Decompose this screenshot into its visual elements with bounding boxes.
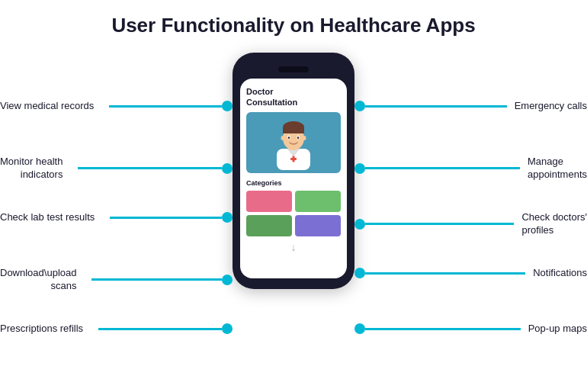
label-emergency-calls: Emergency calls (515, 100, 587, 113)
connector-emergency-calls: Emergency calls (354, 100, 587, 113)
connector-monitor-health-indicators: Monitor health indicators (0, 156, 233, 182)
phone-screen-header: DoctorConsultation (246, 86, 341, 108)
label-pop-up-maps: Pop-up maps (528, 323, 587, 336)
label-view-medical-records: View medical records (0, 100, 94, 113)
categories-label: Categories (246, 179, 341, 187)
label-notifications: Notifications (533, 267, 587, 280)
label-monitor-health-indicators: Monitor health indicators (0, 156, 63, 182)
connector-view-medical-records: View medical records (0, 100, 233, 113)
phone-mockup: DoctorConsultation (233, 53, 354, 289)
dot-view-medical-records (222, 101, 233, 111)
svg-point-10 (281, 136, 285, 140)
category-cell-2 (295, 191, 341, 212)
svg-point-9 (297, 137, 299, 139)
connector-manage-appointments: Manage appointments (354, 156, 587, 182)
label-download-upload-scans: Download\upload scans (0, 267, 76, 293)
dot-pop-up-maps (354, 323, 365, 334)
connector-pop-up-maps: Pop-up maps (354, 323, 587, 336)
dot-prescriptions-refills (222, 323, 233, 334)
dot-check-doctors-profiles (354, 219, 365, 230)
label-manage-appointments: Manage appointments (528, 156, 587, 182)
svg-rect-2 (293, 156, 295, 162)
connector-check-lab-test-results: Check lab test results (0, 211, 233, 224)
category-cell-4 (295, 215, 341, 236)
dot-emergency-calls (354, 101, 365, 111)
categories-grid (246, 191, 341, 236)
connector-prescriptions-refills: Prescriptions refills (0, 323, 233, 336)
diagram-area: DoctorConsultation (0, 45, 587, 381)
connector-download-upload-scans: Download\upload scans (0, 267, 233, 293)
svg-point-8 (288, 137, 290, 139)
dot-download-upload-scans (222, 275, 233, 285)
svg-rect-5 (283, 127, 304, 133)
label-prescriptions-refills: Prescriptions refills (0, 323, 83, 336)
dot-check-lab-test-results (222, 212, 233, 223)
connector-check-doctors-profiles: Check doctors' profiles (354, 211, 587, 237)
phone-notch (278, 66, 309, 72)
svg-point-11 (303, 136, 306, 140)
category-cell-3 (246, 215, 292, 236)
label-check-doctors-profiles: Check doctors' profiles (521, 211, 587, 237)
doctor-avatar (246, 112, 341, 173)
dot-manage-appointments (354, 163, 365, 174)
label-check-lab-test-results: Check lab test results (0, 211, 95, 224)
phone-screen: DoctorConsultation (240, 79, 347, 278)
dot-monitor-health-indicators (222, 163, 233, 174)
connector-notifications: Notifications (354, 267, 587, 280)
category-cell-1 (246, 191, 292, 212)
scroll-indicator: ↓ (246, 241, 341, 253)
page-title: User Functionality on Healthcare Apps (0, 0, 587, 45)
dot-notifications (354, 268, 365, 278)
